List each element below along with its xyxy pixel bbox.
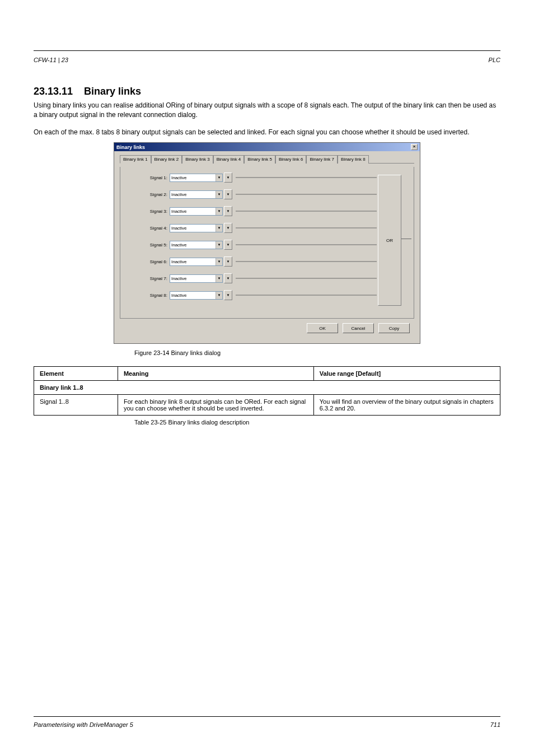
- col-meaning: Meaning: [118, 367, 313, 381]
- chevron-down-icon: ▼: [216, 275, 222, 282]
- signal-8-select[interactable]: Inactive▼: [170, 291, 223, 300]
- invert-toggle[interactable]: ▼: [224, 172, 232, 183]
- figure-caption: Figure 23-14 Binary links dialog: [134, 349, 500, 356]
- ok-button[interactable]: OK: [307, 323, 338, 333]
- signal-label: Signal 1:: [146, 175, 170, 180]
- section-desc2: On each of the max. 8 tabs 8 binary outp…: [34, 128, 500, 137]
- cell-range: You will find an overview of the binary …: [313, 395, 500, 416]
- signal-label: Signal 3:: [146, 209, 170, 214]
- invert-toggle[interactable]: ▼: [224, 240, 232, 250]
- dialog-titlebar: Binary links ×: [114, 143, 420, 151]
- invert-toggle[interactable]: ▼: [224, 223, 232, 233]
- tab-binary-link-6[interactable]: Binary link 6: [275, 155, 307, 164]
- header-left: CFW-11 | 23: [34, 57, 68, 63]
- signal-label: Signal 5:: [146, 242, 170, 248]
- section-number: 23.13.11: [34, 86, 73, 97]
- signal-6-select[interactable]: Inactive▼: [170, 258, 223, 266]
- signal-2-select[interactable]: Inactive▼: [170, 190, 223, 199]
- tab-binary-link-8[interactable]: Binary link 8: [338, 155, 369, 164]
- signal-label: Signal 6:: [146, 259, 170, 264]
- invert-toggle[interactable]: ▼: [224, 273, 232, 283]
- footer-left: Parameterising with DriveManager 5: [34, 721, 133, 728]
- table-row: Signal 1..8 For each binary link 8 outpu…: [34, 395, 500, 416]
- tab-binary-link-5[interactable]: Binary link 5: [244, 155, 275, 164]
- table-caption: Table 23-25 Binary links dialog descript…: [134, 419, 500, 426]
- signal-5-select[interactable]: Inactive▼: [170, 241, 223, 249]
- signal-3-select[interactable]: Inactive▼: [170, 207, 223, 216]
- tab-strip: Binary link 1 Binary link 2 Binary link …: [120, 155, 414, 164]
- invert-toggle[interactable]: ▼: [224, 206, 232, 216]
- signal-label: Signal 4:: [146, 226, 170, 231]
- connection-lines: [236, 172, 381, 312]
- cancel-button[interactable]: Cancel: [343, 323, 374, 333]
- col-element: Element: [34, 367, 118, 381]
- section-title: Binary links: [84, 86, 141, 97]
- footer-right: 711: [490, 721, 500, 728]
- parameters-table: Element Meaning Value range [Default] Bi…: [34, 366, 500, 416]
- or-output-line: [401, 239, 411, 239]
- invert-toggle[interactable]: ▼: [224, 189, 232, 199]
- close-icon[interactable]: ×: [411, 144, 418, 150]
- col-range: Value range [Default]: [313, 367, 500, 381]
- cell-element: Signal 1..8: [34, 395, 118, 416]
- copy-button[interactable]: Copy: [378, 323, 410, 333]
- chevron-down-icon: ▼: [216, 174, 222, 181]
- tab-binary-link-4[interactable]: Binary link 4: [213, 155, 245, 164]
- signal-label: Signal 7:: [146, 276, 170, 281]
- signal-4-select[interactable]: Inactive▼: [170, 224, 223, 232]
- header-right: PLC: [489, 57, 500, 63]
- tab-binary-link-3[interactable]: Binary link 3: [182, 155, 213, 164]
- tab-binary-link-1[interactable]: Binary link 1: [120, 155, 151, 164]
- tab-binary-link-2[interactable]: Binary link 2: [151, 155, 182, 164]
- signal-7-select[interactable]: Inactive▼: [170, 274, 223, 283]
- dialog-title: Binary links: [116, 144, 145, 150]
- binary-links-dialog: Binary links × Binary link 1 Binary link…: [114, 142, 420, 344]
- chevron-down-icon: ▼: [216, 241, 222, 249]
- chevron-down-icon: ▼: [216, 292, 222, 299]
- invert-toggle[interactable]: ▼: [224, 290, 232, 300]
- cell-meaning: For each binary link 8 output signals ca…: [118, 395, 313, 416]
- signal-label: Signal 8:: [146, 293, 170, 298]
- table-group: Binary link 1..8: [34, 381, 500, 395]
- invert-toggle[interactable]: ▼: [224, 256, 232, 267]
- chevron-down-icon: ▼: [216, 258, 222, 265]
- section-desc: Using binary links you can realise addit…: [34, 101, 500, 120]
- tab-binary-link-7[interactable]: Binary link 7: [306, 155, 338, 164]
- signal-1-select[interactable]: Inactive▼: [170, 174, 223, 182]
- chevron-down-icon: ▼: [216, 225, 222, 232]
- or-gate: OR: [378, 175, 401, 306]
- chevron-down-icon: ▼: [216, 191, 222, 198]
- signal-label: Signal 2:: [146, 192, 170, 197]
- chevron-down-icon: ▼: [216, 208, 222, 215]
